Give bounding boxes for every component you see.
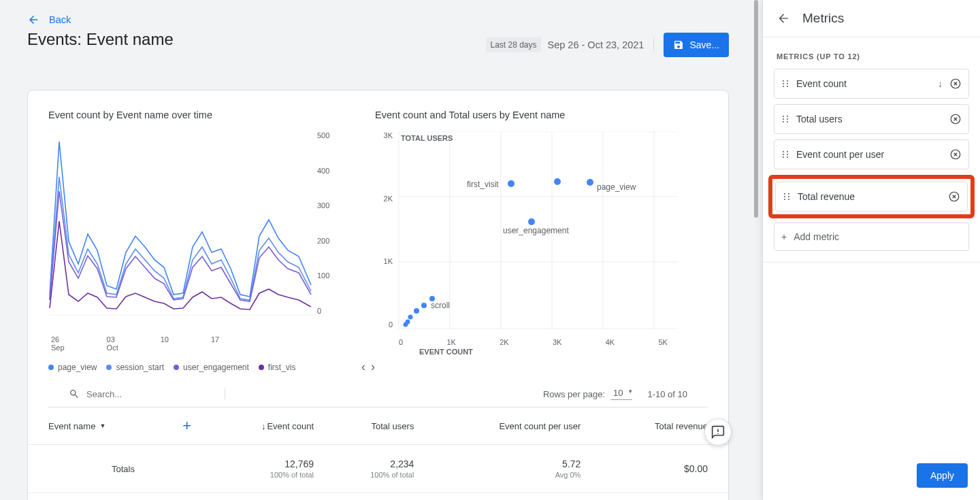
svg-point-48 <box>784 193 785 195</box>
drag-handle-icon[interactable] <box>781 80 789 88</box>
svg-point-26 <box>717 433 719 435</box>
svg-text:scroll: scroll <box>431 301 450 310</box>
search-icon <box>69 388 80 399</box>
svg-text:first_visit: first_visit <box>467 180 499 189</box>
back-label: Back <box>49 14 71 25</box>
line-chart-title: Event count by Event name over time <box>48 110 375 120</box>
remove-icon[interactable] <box>949 113 962 125</box>
metric-item-total-revenue[interactable]: Total revenue <box>775 182 968 212</box>
panel-back-icon[interactable] <box>777 12 790 25</box>
svg-point-41 <box>783 151 784 152</box>
svg-point-11 <box>587 179 593 186</box>
date-range-label: Last 28 days <box>486 37 540 52</box>
svg-point-20 <box>404 322 408 327</box>
save-button[interactable]: Save... <box>664 33 729 57</box>
col-event-count[interactable]: ↓Event count <box>261 421 314 431</box>
svg-point-46 <box>787 156 788 158</box>
svg-point-30 <box>787 83 788 84</box>
drag-handle-icon[interactable] <box>781 115 789 123</box>
table-totals-row: Totals 12,769100% of total 2,234100% of … <box>28 445 728 493</box>
col-event-count-per-user[interactable]: Event count per user <box>421 407 587 445</box>
feedback-button[interactable] <box>704 418 732 446</box>
add-metric-button[interactable]: + Add metric <box>774 222 969 251</box>
arrow-left-icon <box>27 14 39 26</box>
svg-point-43 <box>783 154 784 155</box>
svg-point-17 <box>414 308 419 314</box>
svg-point-14 <box>528 218 535 225</box>
scrollbar[interactable] <box>754 0 758 218</box>
metric-item-event-count[interactable]: Event count ↓ <box>774 69 969 99</box>
svg-point-50 <box>784 196 785 197</box>
svg-point-39 <box>787 121 788 122</box>
rows-per-page-label: Rows per page: <box>543 389 605 399</box>
svg-point-51 <box>788 196 789 197</box>
svg-point-44 <box>787 154 788 155</box>
metric-item-event-count-per-user[interactable]: Event count per user <box>774 139 969 169</box>
metrics-panel: Metrics METRICS (UP TO 12) Event count ↓… <box>762 0 980 500</box>
svg-point-16 <box>421 303 427 308</box>
svg-point-38 <box>783 121 784 122</box>
svg-point-52 <box>784 199 785 200</box>
table-row[interactable]: 1 page_view 3,740 2,219 1.69 $0.00 <box>28 493 728 501</box>
svg-point-31 <box>783 86 784 87</box>
svg-point-45 <box>783 156 784 158</box>
plus-icon: + <box>781 231 787 242</box>
svg-text:user_engagement: user_engagement <box>503 226 569 235</box>
arrow-down-icon: ↓ <box>938 78 943 89</box>
back-link[interactable]: Back <box>27 14 71 26</box>
save-label: Save... <box>689 39 719 50</box>
date-range-value: Sep 26 - Oct 23, 2021 <box>548 39 644 50</box>
add-dimension-button[interactable]: + <box>182 417 191 435</box>
page-info: 1-10 of 10 <box>647 389 687 399</box>
svg-point-32 <box>787 86 788 87</box>
svg-point-27 <box>783 80 784 82</box>
apply-button[interactable]: Apply <box>917 463 968 488</box>
line-chart: 500 400 300 200 100 0 <box>48 131 375 335</box>
metric-item-total-users[interactable]: Total users <box>774 104 969 134</box>
feedback-icon <box>711 425 725 439</box>
line-chart-legend: page_view session_start user_engagement … <box>48 360 375 374</box>
svg-text:page_view: page_view <box>597 182 636 192</box>
svg-point-37 <box>787 118 788 120</box>
svg-point-49 <box>788 193 789 195</box>
remove-icon[interactable] <box>948 190 960 203</box>
highlight-box: Total revenue <box>768 175 975 218</box>
panel-title: Metrics <box>802 11 844 26</box>
svg-point-13 <box>554 178 561 185</box>
svg-point-35 <box>787 116 788 117</box>
drag-handle-icon[interactable] <box>783 193 791 201</box>
report-card: Event count by Event name over time 500 … <box>27 90 729 500</box>
svg-point-53 <box>788 199 789 200</box>
rows-per-page-select[interactable]: 10 <box>610 388 632 400</box>
date-range-picker[interactable]: Last 28 days Sep 26 - Oct 23, 2021 <box>486 37 654 52</box>
svg-point-34 <box>783 116 784 117</box>
svg-point-42 <box>787 151 788 152</box>
drag-handle-icon[interactable] <box>781 150 789 159</box>
dimension-header[interactable]: Event name ▼ <box>48 421 105 431</box>
search-input-wrap <box>69 388 225 399</box>
remove-icon[interactable] <box>949 148 962 161</box>
svg-point-12 <box>508 180 514 187</box>
search-input[interactable] <box>86 389 195 399</box>
svg-point-28 <box>787 80 788 82</box>
data-table: Event name ▼ + ↓Event count Total users … <box>28 407 728 500</box>
svg-point-18 <box>408 315 413 320</box>
svg-point-36 <box>783 118 784 120</box>
scatter-chart: TOTAL USERS 3K 2K 1K 0 <box>375 131 708 363</box>
col-total-users[interactable]: Total users <box>321 407 421 445</box>
legend-prev[interactable]: ‹ <box>361 360 365 374</box>
scatter-chart-title: Event count and Total users by Event nam… <box>375 110 708 120</box>
svg-point-29 <box>783 83 784 84</box>
save-icon <box>673 39 684 50</box>
panel-subtitle: METRICS (UP TO 12) <box>763 37 980 69</box>
remove-icon[interactable] <box>949 78 962 90</box>
